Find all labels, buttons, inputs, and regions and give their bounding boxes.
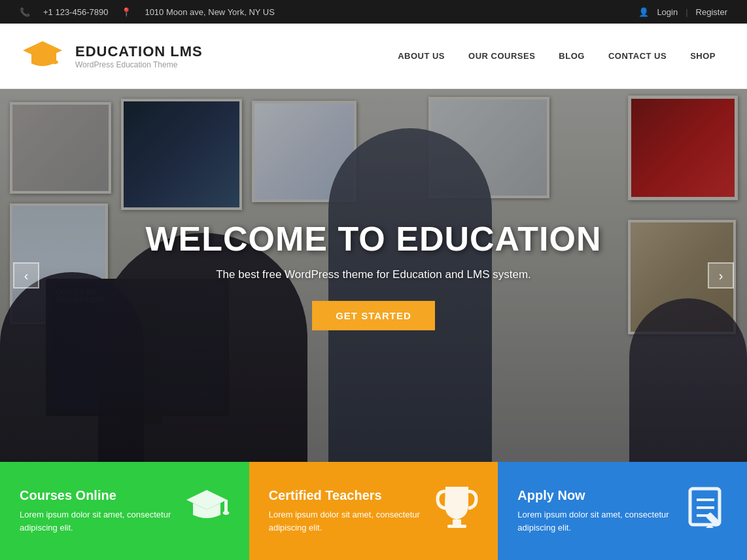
apply-text: Apply Now Lorem ipsum dolor sit amet, co… (517, 488, 685, 534)
nav-blog[interactable]: BLOG (547, 44, 597, 67)
slider-prev-button[interactable]: ‹ (13, 262, 39, 289)
login-link[interactable]: Login (657, 7, 678, 17)
nav-about-us[interactable]: ABOUT US (386, 44, 457, 67)
hero-content: WELCOME TO EDUCATION The best free WordP… (145, 220, 602, 330)
teachers-icon (436, 483, 478, 538)
location-icon: 📍 (121, 7, 131, 17)
top-bar: 📞 +1 123-456-7890 📍 1010 Moon ave, New Y… (0, 0, 747, 24)
site-name: EDUCATION LMS (75, 43, 203, 60)
phone-icon: 📞 (20, 7, 30, 17)
svg-rect-7 (453, 519, 461, 525)
nav-shop[interactable]: SHOP (678, 44, 727, 67)
address-link[interactable]: 1010 Moon ave, New York, NY US (145, 7, 275, 17)
feature-box-apply: Apply Now Lorem ipsum dolor sit amet, co… (498, 462, 747, 560)
nav-our-courses[interactable]: OUR COURSES (457, 44, 547, 67)
hero-section: QUALITY 5INHSCREEN DISPLAY WELCOME TO ED… (0, 89, 747, 462)
teachers-text: Certified Teachers Lorem ipsum dolor sit… (269, 488, 436, 534)
apply-title: Apply Now (517, 488, 685, 503)
courses-desc: Lorem ipsum dolor sit amet, consectetur … (20, 508, 184, 534)
teachers-desc: Lorem ipsum dolor sit amet, consectetur … (269, 508, 436, 534)
logo-icon (20, 33, 65, 79)
get-started-button[interactable]: GET STARTED (312, 301, 435, 330)
nav-contact-us[interactable]: CONTACT US (597, 44, 678, 67)
user-icon: 👤 (638, 7, 649, 17)
courses-icon (184, 483, 230, 538)
feature-boxes: Courses Online Lorem ipsum dolor sit ame… (0, 462, 747, 560)
feature-box-courses: Courses Online Lorem ipsum dolor sit ame… (0, 462, 249, 560)
courses-text: Courses Online Lorem ipsum dolor sit ame… (20, 488, 184, 534)
logo-text: EDUCATION LMS WordPress Education Theme (75, 43, 203, 69)
svg-point-6 (222, 511, 229, 515)
logo[interactable]: EDUCATION LMS WordPress Education Theme (20, 33, 203, 79)
top-bar-auth: 👤 Login | Register (638, 7, 727, 17)
separator: | (686, 7, 687, 17)
apply-desc: Lorem ipsum dolor sit amet, consectetur … (517, 508, 685, 534)
teachers-title: Certified Teachers (269, 488, 436, 503)
register-link[interactable]: Register (696, 7, 727, 17)
slider-next-button[interactable]: › (708, 262, 734, 289)
apply-icon (685, 483, 727, 538)
top-bar-contact: 📞 +1 123-456-7890 📍 1010 Moon ave, New Y… (20, 7, 275, 17)
courses-title: Courses Online (20, 488, 184, 503)
hero-subtitle: The best free WordPress theme for Educat… (145, 268, 602, 281)
hero-title: WELCOME TO EDUCATION (145, 220, 602, 258)
svg-marker-4 (186, 490, 227, 510)
main-nav: ABOUT US OUR COURSES BLOG CONTACT US SHO… (386, 44, 727, 67)
site-tagline: WordPress Education Theme (75, 60, 203, 69)
site-header: EDUCATION LMS WordPress Education Theme … (0, 24, 747, 89)
svg-rect-8 (447, 525, 466, 528)
phone-link[interactable]: +1 123-456-7890 (43, 7, 108, 17)
feature-box-teachers: Certified Teachers Lorem ipsum dolor sit… (249, 462, 498, 560)
